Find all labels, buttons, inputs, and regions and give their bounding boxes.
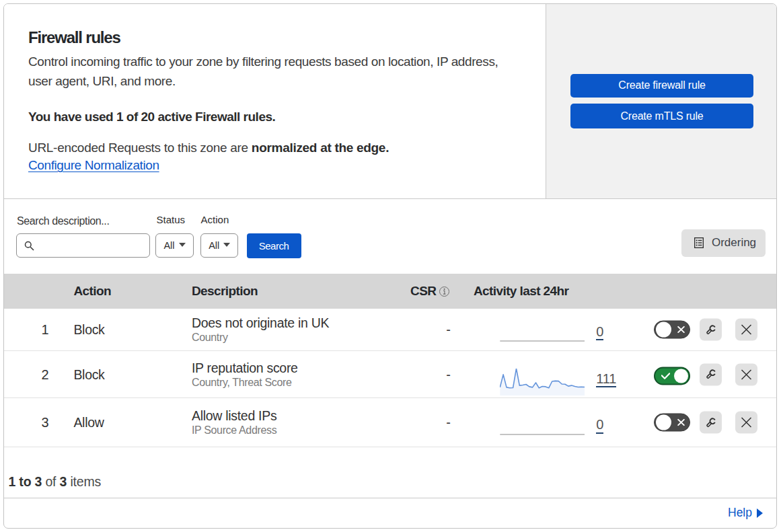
normalization-note: URL-encoded Requests to this zone are no… — [28, 138, 389, 157]
page-description: Control incoming traffic to your zone by… — [28, 52, 507, 91]
ordering-button[interactable]: Ordering — [681, 229, 766, 258]
rule-row-1: 1BlockDoes not originate in UKCountry-0 — [4, 309, 776, 351]
rule-enabled-toggle[interactable] — [654, 414, 690, 432]
help-footer: Help — [4, 498, 776, 529]
rule-row-3: 3AllowAllow listed IPsIP Source Address-… — [4, 398, 776, 447]
column-header-csr-label: CSR — [410, 284, 436, 299]
check-icon — [661, 368, 670, 383]
pagination-range: 1 to 3 — [9, 474, 42, 489]
rule-action: Block — [73, 367, 104, 382]
pagination-total: 3 — [60, 474, 67, 489]
toggle-knob — [674, 369, 688, 383]
configure-normalization-link[interactable]: Configure Normalization — [28, 155, 159, 175]
rule-csr-value: - — [441, 415, 457, 430]
pagination-items-label: items — [67, 474, 101, 489]
activity-sparkline — [500, 369, 589, 395]
chevron-down-icon — [223, 243, 230, 247]
rule-priority: 1 — [37, 322, 53, 338]
rule-description: IP reputation score — [192, 360, 298, 376]
search-input-wrapper — [16, 233, 150, 258]
rule-priority: 2 — [37, 367, 53, 382]
rule-row-2: 2BlockIP reputation scoreCountry, Threat… — [4, 351, 776, 398]
edit-rule-button[interactable] — [700, 363, 722, 385]
toggle-knob — [656, 322, 671, 338]
wrench-icon — [706, 324, 716, 335]
table-header: Action Description CSR Activity last 24h… — [4, 274, 776, 309]
rules-table-body: 1BlockDoes not originate in UKCountry-02… — [4, 309, 776, 447]
search-icon — [24, 241, 35, 252]
column-header-activity: Activity last 24hr — [474, 274, 568, 309]
rule-enabled-toggle[interactable] — [654, 321, 690, 339]
normalization-note-bold: normalized at the edge. — [252, 141, 389, 155]
create-firewall-rule-button[interactable]: Create firewall rule — [570, 74, 753, 98]
rule-criteria: IP Source Address — [192, 424, 276, 437]
pagination-bar: 1 to 3 of 3 items — [4, 447, 776, 498]
rule-description-cell: Does not originate in UKCountry — [192, 315, 329, 344]
rule-enabled-toggle[interactable] — [654, 367, 690, 385]
action-label: Action — [201, 213, 229, 227]
rule-description-cell: Allow listed IPsIP Source Address — [192, 408, 276, 437]
help-link-label: Help — [728, 506, 752, 520]
status-select[interactable]: All — [155, 233, 194, 258]
activity-count-link[interactable]: 0 — [596, 418, 603, 434]
edit-rule-button[interactable] — [700, 412, 722, 434]
status-select-value: All — [163, 240, 174, 251]
action-select-value: All — [209, 240, 219, 251]
edit-rule-button[interactable] — [700, 319, 722, 341]
x-icon — [677, 321, 685, 338]
action-select[interactable]: All — [200, 233, 238, 258]
info-icon[interactable] — [439, 287, 449, 297]
search-input[interactable] — [40, 237, 146, 254]
rule-criteria: Country — [192, 331, 329, 344]
search-description-label: Search description... — [17, 215, 109, 228]
ordering-list-icon — [694, 237, 704, 248]
normalization-note-text: URL-encoded Requests to this zone are — [28, 141, 252, 155]
column-header-description: Description — [192, 274, 258, 309]
help-link[interactable]: Help — [728, 506, 763, 520]
create-mtls-rule-button[interactable]: Create mTLS rule — [570, 104, 753, 128]
activity-count-link[interactable]: 0 — [596, 325, 603, 341]
delete-rule-button[interactable] — [735, 363, 757, 385]
activity-sparkline — [500, 415, 589, 442]
rule-criteria: Country, Threat Score — [192, 376, 298, 389]
status-label: Status — [157, 213, 186, 227]
x-icon — [741, 369, 752, 380]
search-button[interactable]: Search — [247, 233, 301, 258]
ordering-button-label: Ordering — [712, 236, 756, 250]
actions-panel: Create firewall rule Create mTLS rule — [546, 4, 776, 198]
overview-section: Firewall rules Control incoming traffic … — [4, 4, 776, 199]
rule-description: Does not originate in UK — [192, 315, 329, 331]
wrench-icon — [706, 417, 716, 428]
filter-bar: Search description... Status All Action … — [4, 200, 776, 274]
activity-count-link[interactable]: 111 — [596, 372, 616, 388]
column-header-csr: CSR — [410, 274, 449, 309]
chevron-down-icon — [179, 243, 186, 247]
caret-right-icon — [757, 508, 763, 518]
rule-csr-value: - — [441, 322, 457, 338]
pagination-summary: 1 to 3 of 3 items — [9, 474, 102, 490]
pagination-of: of — [42, 474, 59, 489]
rule-description-cell: IP reputation scoreCountry, Threat Score — [192, 360, 298, 389]
rule-description: Allow listed IPs — [192, 408, 276, 424]
usage-summary: You have used 1 of 20 active Firewall ru… — [28, 107, 275, 126]
column-header-action: Action — [73, 274, 111, 309]
wrench-icon — [706, 369, 716, 380]
delete-rule-button[interactable] — [735, 412, 757, 434]
rule-priority: 3 — [37, 415, 53, 430]
x-icon — [741, 417, 752, 428]
rule-action: Block — [73, 322, 104, 338]
x-icon — [677, 414, 685, 431]
toggle-knob — [656, 415, 671, 430]
delete-rule-button[interactable] — [735, 319, 757, 341]
x-icon — [741, 324, 752, 336]
rule-action: Allow — [73, 415, 104, 430]
overview-text-panel: Firewall rules Control incoming traffic … — [4, 4, 546, 198]
rule-csr-value: - — [441, 367, 457, 382]
activity-sparkline — [500, 321, 589, 348]
firewall-rules-card: Firewall rules Control incoming traffic … — [3, 3, 777, 529]
page-title: Firewall rules — [28, 28, 120, 47]
